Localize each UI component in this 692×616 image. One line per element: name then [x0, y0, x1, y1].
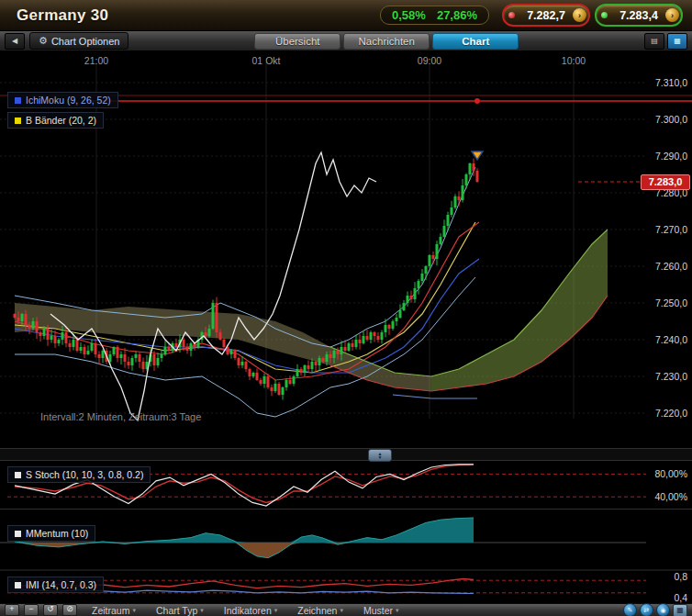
stoch-label-text: S Stoch (10, 10, 3, 0.8, 0.2): [26, 469, 143, 480]
time-axis-label: 10:00: [562, 55, 586, 66]
menu-muster[interactable]: Muster▾: [363, 605, 399, 616]
candle-body: [61, 332, 64, 340]
candle-body: [377, 336, 380, 340]
candle-body: [263, 376, 266, 384]
zoom-in-button[interactable]: +: [5, 604, 19, 616]
candle-body: [260, 380, 262, 384]
price-axis-label: 7.290,0: [632, 151, 687, 162]
candle-body: [14, 314, 17, 318]
buy-cap-icon: ›: [665, 8, 679, 22]
candle-body: [28, 325, 31, 329]
candle-body: [399, 310, 402, 318]
candle-body: [421, 274, 424, 281]
menu-indikatoren[interactable]: Indikatoren▾: [224, 605, 277, 616]
candle-body: [39, 332, 42, 336]
ichimoku-legend-label: IchiMoku (9, 26, 52): [26, 95, 111, 106]
candle-body: [385, 325, 387, 332]
tab-uebersicht[interactable]: Übersicht: [254, 33, 340, 50]
candle-body: [451, 207, 453, 215]
stoch-panel-label[interactable]: S Stoch (10, 10, 3, 0.8, 0.2): [7, 466, 151, 483]
candle-body: [326, 354, 329, 362]
candle-body: [47, 329, 50, 340]
clear-drawings-button[interactable]: ⊘: [62, 604, 77, 616]
candle-body: [374, 332, 376, 336]
range-percent: 27,86%: [437, 8, 477, 22]
candle-body: [407, 296, 409, 303]
legend-ichimoku[interactable]: IchiMoku (9, 26, 52): [7, 92, 118, 108]
candle-body: [21, 314, 24, 321]
candle-body: [175, 343, 178, 347]
candle-body: [469, 163, 472, 174]
candle-body: [355, 340, 358, 347]
candle-body: [462, 185, 464, 200]
candle-body: [113, 347, 116, 354]
candle-body: [285, 380, 288, 387]
candle-body: [76, 340, 79, 351]
momentum-panel-label[interactable]: MMentum (10): [7, 525, 95, 542]
menu-icon-button[interactable]: ▤: [644, 33, 664, 50]
candle-body: [473, 163, 475, 171]
main-chart-canvas[interactable]: [0, 51, 692, 603]
candle-body: [381, 332, 384, 340]
reset-icon: ↺: [47, 604, 54, 613]
imi-label-text: IMI (14, 0.7, 0.3): [26, 579, 96, 590]
splitter-band: [0, 448, 692, 461]
chevron-down-icon: ▾: [200, 607, 204, 614]
candle-body: [238, 358, 240, 365]
candle-body: [161, 354, 163, 358]
candle-body: [392, 321, 395, 329]
candle-body: [190, 343, 193, 351]
time-axis-label: 09:00: [418, 55, 441, 66]
legend-bollinger-bands[interactable]: B Bänder (20, 2): [7, 112, 104, 129]
sell-button[interactable]: 7.282,7 ›: [502, 4, 590, 27]
candle-body: [443, 226, 446, 237]
grid-layout-button[interactable]: ▦: [673, 604, 687, 616]
tab-chart[interactable]: Chart: [432, 33, 519, 50]
candle-body: [454, 196, 457, 207]
candle-body: [65, 332, 68, 343]
candle-body: [340, 347, 343, 354]
indicator-axis-label: 80,00%: [632, 468, 687, 479]
collapse-panel-button[interactable]: ◀: [5, 33, 25, 50]
price-axis-label: 7.270,0: [632, 224, 687, 235]
candle-body: [282, 387, 285, 395]
menu-label: Zeitraum: [92, 605, 129, 616]
layout-icon-button[interactable]: ▦: [667, 33, 687, 50]
candle-body: [80, 347, 83, 351]
menu-zeitraum[interactable]: Zeitraum▾: [92, 605, 136, 616]
candle-body: [458, 196, 461, 200]
crosshair-button[interactable]: ◉: [656, 603, 670, 616]
interval-info-text: Intervall:2 Minuten, Zeitraum:3 Tage: [40, 411, 201, 422]
candle-body: [249, 369, 251, 376]
buy-indicator-dot: [601, 12, 608, 18]
candle-body: [359, 340, 362, 343]
reset-view-button[interactable]: ↺: [43, 604, 58, 616]
low-flat-line: [393, 395, 477, 398]
panel-splitter-handle[interactable]: ▲ ▼: [368, 449, 392, 462]
change-percent: 0,58%: [392, 8, 426, 22]
candle-body: [142, 362, 145, 369]
chart-options-button[interactable]: ⚙ Chart Optionen: [29, 32, 128, 50]
alert-dot: [474, 98, 480, 104]
candle-body: [278, 384, 281, 395]
candle-body: [352, 343, 354, 347]
zoom-out-button[interactable]: −: [24, 604, 39, 616]
menu-zeichnen[interactable]: Zeichnen▾: [297, 605, 343, 616]
draw-pen-button[interactable]: ✎: [623, 603, 637, 616]
menu-label: Indikatoren: [224, 605, 272, 616]
chart-menus: Zeitraum▾Chart Typ▾Indikatoren▾Zeichnen▾…: [82, 605, 409, 616]
pen-icon: ✎: [628, 607, 633, 614]
candle-body: [120, 354, 123, 358]
candle-body: [333, 351, 336, 358]
compare-button[interactable]: ⇄: [640, 603, 653, 616]
candle-body: [252, 373, 255, 376]
price-axis-label: 7.260,0: [632, 261, 687, 272]
buy-button[interactable]: 7.283,4 ›: [595, 4, 683, 27]
candle-body: [17, 318, 20, 321]
tab-nachrichten[interactable]: Nachrichten: [343, 33, 430, 50]
time-axis-label: 21:00: [84, 55, 108, 66]
candle-body: [73, 340, 75, 347]
menu-chart-typ[interactable]: Chart Typ▾: [156, 605, 204, 616]
candle-body: [304, 365, 307, 373]
imi-panel-label[interactable]: IMI (14, 0.7, 0.3): [7, 577, 104, 593]
